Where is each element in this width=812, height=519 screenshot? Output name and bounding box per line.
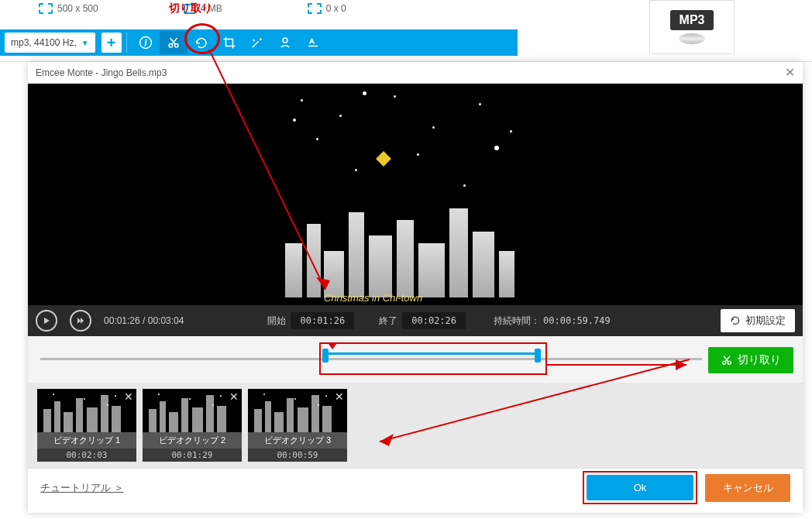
effects-button[interactable]: [243, 31, 271, 54]
clip-name: ビデオクリップ 1: [37, 432, 136, 449]
ok-annotation-frame: Ok: [583, 471, 697, 504]
cut-button[interactable]: 切り取り: [708, 347, 793, 373]
refresh-icon: [730, 315, 741, 326]
crop-button[interactable]: [215, 31, 243, 54]
ok-button[interactable]: Ok: [587, 475, 693, 500]
svg-point-4: [283, 38, 287, 43]
main-toolbar: mp3, 44100 Hz, ▼ + i: [0, 29, 518, 56]
cut-dialog: Emcee Monte - Jingo Bells.mp3 ✕: [28, 62, 803, 513]
video-preview[interactable]: Christmas in Chi-town: [28, 84, 803, 305]
clip-duration: 00:02:03: [37, 449, 136, 462]
clip-item[interactable]: ✕ ビデオクリップ 3 00:00:59: [248, 389, 347, 462]
output-dim-display: 0 x 0: [308, 3, 346, 14]
svg-text:i: i: [144, 38, 146, 47]
watermark-button[interactable]: [271, 31, 299, 54]
mp3-label: MP3: [670, 10, 714, 30]
clip-item[interactable]: ✕ ビデオクリップ 1 00:02:03: [37, 389, 136, 462]
clip-remove-button[interactable]: ✕: [229, 390, 239, 403]
player-controls: 00:01:26 / 00:03:04 開始 00:01:26 終了 00:02…: [28, 305, 803, 336]
play-button[interactable]: [36, 310, 57, 332]
rotate-button[interactable]: [188, 31, 215, 54]
dialog-title: Emcee Monte - Jingo Bells.mp3: [36, 67, 167, 78]
clips-list: ✕ ビデオクリップ 1 00:02:03 ✕ ビデオクリップ 2 00:01:2…: [28, 383, 803, 468]
scissors-icon: [721, 354, 733, 366]
info-button[interactable]: i: [132, 31, 160, 54]
start-label: 開始: [267, 314, 286, 328]
add-button[interactable]: +: [102, 33, 122, 53]
clip-duration: 00:01:29: [143, 449, 242, 462]
cut-tool-button[interactable]: [160, 31, 188, 54]
selection-annotation-frame: [319, 342, 547, 375]
dimensions-display: 500 x 500: [39, 3, 98, 14]
bracket-icon: [39, 3, 53, 14]
close-button[interactable]: ✕: [785, 65, 795, 80]
cancel-button[interactable]: キャンセル: [705, 474, 790, 502]
chevron-down-icon: ▼: [81, 39, 89, 47]
preview-caption: Christmas in Chi-town: [324, 292, 422, 304]
star-decor: [376, 151, 391, 167]
timeline[interactable]: 切り取り: [28, 336, 803, 383]
start-time-input[interactable]: 00:01:26: [291, 312, 354, 329]
step-button[interactable]: [70, 310, 91, 332]
duration-display: 持続時間：00:00:59.749: [494, 314, 611, 328]
subtitle-button[interactable]: [299, 31, 327, 54]
reset-button[interactable]: 初期設定: [721, 309, 795, 332]
dimensions-text: 500 x 500: [57, 3, 98, 14]
tutorial-link[interactable]: チュートリアル ＞: [40, 481, 124, 495]
clip-duration: 00:00:59: [248, 449, 347, 462]
end-time-input[interactable]: 00:02:26: [402, 312, 466, 329]
format-selector[interactable]: mp3, 44100 Hz, ▼: [5, 33, 95, 53]
disc-icon: [679, 33, 705, 44]
clip-name: ビデオクリップ 2: [143, 432, 242, 449]
clip-remove-button[interactable]: ✕: [335, 390, 344, 403]
format-text: mp3, 44100 Hz,: [11, 37, 77, 48]
cut-annotation-label: 切り取り: [169, 2, 212, 15]
clip-remove-button[interactable]: ✕: [124, 390, 133, 403]
mp3-format-badge[interactable]: MP3: [649, 0, 735, 54]
time-display: 00:01:26 / 00:03:04: [104, 315, 184, 326]
output-dim-text: 0 x 0: [326, 3, 346, 14]
bracket-icon: [308, 3, 322, 14]
end-label: 終了: [379, 314, 397, 328]
clip-item[interactable]: ✕ ビデオクリップ 2 00:01:29: [143, 389, 242, 462]
clip-name: ビデオクリップ 3: [248, 432, 347, 449]
